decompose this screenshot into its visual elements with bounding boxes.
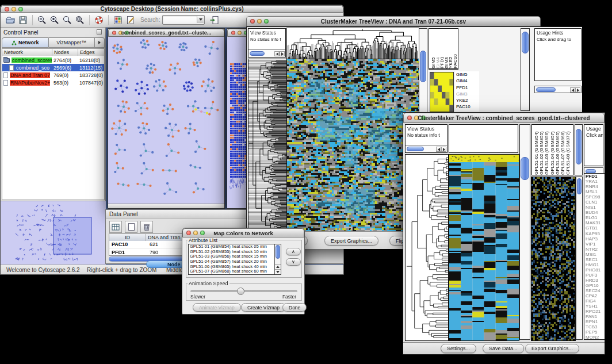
save-icon[interactable] (17, 14, 29, 26)
scrollbar-thumb[interactable] (522, 32, 529, 53)
column-header-nodes[interactable]: Nodes (52, 49, 78, 56)
file-icon (9, 65, 14, 71)
heatmap[interactable] (286, 59, 419, 232)
network-name: DNA and Tran 07 (10, 72, 50, 78)
float-panel-icon[interactable] (97, 29, 102, 35)
close-icon[interactable] (231, 31, 235, 35)
column-header-edges[interactable]: Edges (78, 49, 104, 56)
scroll-left-icon[interactable] (274, 51, 280, 56)
done-button[interactable]: Done (282, 303, 307, 312)
scroll-right-icon[interactable] (575, 87, 580, 93)
gene-label: KAP95 (584, 231, 605, 236)
attribute-list-scrollbar[interactable] (274, 244, 281, 274)
view-status-heading: View Status (406, 125, 447, 132)
view-status-scrollbar[interactable] (248, 49, 285, 57)
scroll-down-icon[interactable] (275, 269, 281, 274)
scroll-left-icon[interactable] (436, 147, 441, 152)
network-overview[interactable] (1, 201, 106, 265)
animation-slider-thumb[interactable] (237, 288, 244, 295)
gene-label: PFD1 (584, 174, 605, 179)
scroll-up-icon[interactable] (275, 264, 281, 269)
tab-network[interactable]: Network (2, 37, 49, 48)
row-dendrogram[interactable] (405, 154, 449, 341)
labels-vscrollbar[interactable] (575, 124, 583, 175)
control-panel-title: Control Panel (3, 29, 39, 36)
attribute-table-icon[interactable] (109, 221, 122, 233)
zoom-fit-icon[interactable] (74, 14, 86, 26)
treeview-action-button[interactable]: Export Graphics... (324, 236, 378, 246)
network-list-row[interactable]: combined_scores2764(0)16218(0) (2, 56, 104, 64)
column-header-network[interactable]: Network (2, 49, 52, 56)
usage-hints-scrollbar[interactable] (534, 86, 582, 93)
move-down-button[interactable]: ∨ (286, 258, 301, 266)
attribute-item[interactable]: GPL51-01 (GSM854) heat shock 05 min (189, 244, 275, 250)
animate-vizmap-button[interactable]: Animate Vizmap (193, 303, 241, 312)
column-label: GPL51-04 (GSM857) (550, 127, 555, 175)
tab-vizmapper[interactable]: VizMapper™ (49, 37, 95, 48)
minimap-vscrollbar[interactable] (576, 177, 583, 340)
view-status-scrollbar[interactable] (406, 145, 447, 152)
attribute-list[interactable]: GPL51-01 (GSM854) heat shock 05 minGPL51… (188, 244, 281, 275)
scrollbar-thumb[interactable] (276, 245, 280, 259)
scroll-left-icon[interactable] (570, 87, 575, 93)
minimap-column-labels: GIM5GIM4PFD1GIM3YKE2PAC10 (429, 28, 458, 70)
attribute-item[interactable]: GPL51-02 (GSM855) heat shock 10 min (189, 250, 275, 255)
open-folder-icon[interactable] (4, 14, 17, 26)
zoom-out-icon[interactable] (36, 14, 48, 26)
treeview-action-button[interactable]: Settings... (441, 344, 476, 353)
delete-attribute-icon[interactable] (140, 221, 153, 233)
horizontal-scrollbar[interactable] (108, 204, 224, 208)
zoom-in-icon[interactable] (48, 14, 61, 26)
gene-label: PHO81 (584, 267, 605, 273)
annotation-icon[interactable] (124, 14, 137, 26)
treeview-action-button[interactable]: Save Data... (483, 344, 524, 353)
right-vscrollbar[interactable] (521, 28, 530, 111)
usage-hints-text: Click and drag to (535, 36, 581, 43)
create-vizmap-button[interactable]: Create Vizmap (241, 303, 286, 312)
scroll-right-icon[interactable] (441, 147, 446, 152)
control-panel: Control Panel Network VizMapper™ Network (1, 28, 106, 265)
attribute-item[interactable]: GPL51-06 (GSM865) heat shock 40 min (189, 265, 275, 270)
zoom-selected-icon[interactable] (61, 14, 74, 26)
row-id: PAC10 (112, 242, 128, 247)
new-attribute-icon[interactable] (125, 221, 137, 233)
network-list-row[interactable]: combined_sco2569(6)13112(15) (2, 64, 104, 71)
main-window-title: Cytoscape Desktop (Session Name: collins… (1, 6, 343, 12)
vizmap-grid-icon[interactable] (112, 14, 124, 26)
gene-label: CLN1 (584, 200, 605, 205)
move-up-button[interactable]: ∧ (286, 248, 301, 255)
heatmap-vscrollbar[interactable] (519, 124, 530, 340)
column-dendrogram[interactable] (286, 28, 419, 59)
column-header-id[interactable]: ID (109, 234, 146, 241)
global-minimap[interactable] (531, 177, 576, 341)
scrollbar-thumb[interactable] (536, 87, 556, 92)
treeview-action-button[interactable]: Export Graphics... (525, 344, 579, 353)
attribute-item[interactable]: GPL51-03 (GSM856) heat shock 15 min (189, 254, 275, 259)
scroll-right-icon[interactable] (280, 51, 285, 56)
search-input[interactable] (162, 15, 205, 25)
scrollbar-thumb[interactable] (407, 147, 424, 151)
help-lifesaver-icon[interactable] (93, 14, 105, 26)
import-network-icon[interactable] (208, 14, 221, 26)
minimize-icon[interactable] (238, 31, 242, 35)
network-nodes-count: 769(0) (53, 72, 68, 78)
network-list-row[interactable]: DNA and Tran 07769(0)183728(0) (2, 71, 104, 79)
scrollbar-thumb[interactable] (521, 157, 529, 180)
scrollbar-thumb[interactable] (577, 178, 582, 194)
gene-label: PEP5 (584, 329, 605, 335)
network-canvas[interactable] (108, 37, 224, 204)
attribute-item[interactable]: GPL51-04 (GSM857) heat shock 20 min (189, 259, 275, 265)
search-dropdown-button[interactable] (197, 16, 204, 23)
network-list-row[interactable]: RNAPuberNov2+563(0)107847(0) (2, 79, 104, 86)
scrollbar-thumb[interactable] (420, 51, 426, 82)
scrollbar-thumb[interactable] (576, 129, 582, 164)
scrollbar-thumb[interactable] (250, 51, 265, 56)
row-label: GIM4 (455, 78, 479, 84)
attribute-item[interactable]: GPL51-07 (GSM868) heat shock 60 min (189, 269, 275, 274)
network-nodes-count: 563(0) (53, 80, 68, 86)
main-titlebar[interactable]: Cytoscape Desktop (Session Name: collins… (1, 5, 343, 13)
correlation-minimap[interactable] (430, 72, 454, 112)
tab-overflow-button[interactable] (95, 37, 105, 48)
row-dendrogram[interactable] (248, 59, 287, 232)
heatmap[interactable] (449, 154, 519, 341)
